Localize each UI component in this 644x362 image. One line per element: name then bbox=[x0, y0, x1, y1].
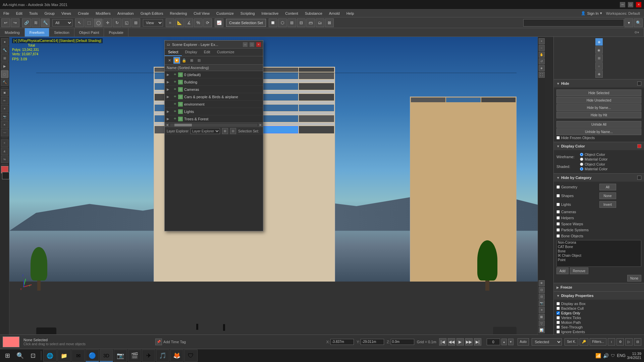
align-button[interactable]: ⊞ bbox=[287, 18, 296, 27]
create-shape[interactable]: ✏ bbox=[1, 97, 8, 104]
category-list[interactable]: Non-Corona CAT Bone Bone IK Chain Object… bbox=[556, 240, 641, 267]
hbc-helpers-cb[interactable] bbox=[556, 216, 560, 220]
tab-options[interactable]: ⚙▾ bbox=[630, 28, 644, 37]
align-view-button[interactable]: ⊟ bbox=[297, 18, 306, 27]
expand-icon-building[interactable]: ▶ bbox=[167, 80, 171, 84]
eye-icon-cameras[interactable]: 👁 bbox=[173, 87, 177, 92]
create-helper[interactable]: ✕ bbox=[1, 121, 8, 128]
timeline-extra-btn[interactable]: ⊟ bbox=[634, 338, 641, 346]
tab-selection[interactable]: Selection bbox=[49, 28, 74, 37]
dp-ignore-extents-cb[interactable] bbox=[556, 330, 560, 334]
wireframe-object-radio[interactable] bbox=[580, 153, 583, 156]
eye-icon-0[interactable]: 👁 bbox=[173, 72, 177, 77]
hide-unselected-btn[interactable]: Hide Unselected bbox=[556, 97, 641, 104]
browser2-btn[interactable]: 🦊 bbox=[170, 350, 183, 362]
freeze-section-header[interactable]: ▶ Freeze bbox=[554, 283, 644, 291]
viewport[interactable]: [+] [VRayPhysicalCamera014] [Standard] [… bbox=[9, 37, 543, 335]
mail-btn[interactable]: ✉ bbox=[71, 350, 85, 362]
system-clock[interactable]: 11:39 3/4/2021 bbox=[627, 352, 641, 360]
tray-network-icon[interactable]: 📶 bbox=[595, 353, 601, 358]
unlink-button[interactable]: ⛓ bbox=[32, 18, 40, 27]
se-filter-btn[interactable]: 🔽 bbox=[173, 57, 180, 64]
pb-next-frame[interactable]: ▶▶ bbox=[465, 338, 473, 346]
modify-panel-btn[interactable]: 🔧 bbox=[1, 46, 8, 54]
tab-freeform[interactable]: Freeform bbox=[25, 28, 50, 37]
filter-select[interactable]: All bbox=[52, 19, 72, 26]
hbc-particles-cb[interactable] bbox=[556, 228, 560, 232]
x-value[interactable]: -3.837m bbox=[330, 339, 354, 345]
menu-file[interactable]: File bbox=[0, 9, 13, 17]
shaded-material-radio[interactable] bbox=[580, 167, 583, 171]
extra-app-btn[interactable]: 🎵 bbox=[156, 350, 169, 362]
hide-frozen-checkbox[interactable] bbox=[556, 136, 560, 139]
hbc-geometry-cb[interactable] bbox=[556, 185, 560, 189]
close-button[interactable]: ✕ bbox=[636, 2, 641, 7]
se-mode-select[interactable]: Layer Explorer bbox=[191, 128, 220, 134]
rp-icon1[interactable]: ⊕ bbox=[595, 38, 603, 46]
path-expand[interactable]: ▾ bbox=[625, 18, 633, 27]
hbc-shapes-cb[interactable] bbox=[556, 194, 560, 197]
view-select[interactable]: View bbox=[143, 19, 163, 26]
hide-section-header[interactable]: ▼ Hide bbox=[554, 79, 644, 87]
layer-vis-cameras[interactable]: ◎ bbox=[178, 87, 183, 92]
eye-icon-building[interactable]: 👁 bbox=[173, 80, 177, 84]
dp-edges-cb[interactable] bbox=[556, 311, 560, 315]
expand-icon-cars[interactable]: ▶ bbox=[167, 95, 171, 99]
ribbon-toggle[interactable]: ⊠ bbox=[325, 18, 334, 27]
taskview-btn[interactable]: ⊡ bbox=[27, 350, 39, 362]
percent-snap[interactable]: % bbox=[1, 156, 8, 163]
named-sel-button[interactable]: 🔲 bbox=[269, 18, 277, 27]
layer-vis-cars[interactable]: ◎ bbox=[178, 95, 183, 99]
scene-explorer-tb[interactable]: 🗂 bbox=[316, 18, 324, 27]
current-frame-input[interactable] bbox=[487, 339, 500, 345]
pb-first-frame[interactable]: |◀ bbox=[439, 338, 446, 346]
select-region-circle[interactable]: ◯ bbox=[94, 18, 103, 27]
layer-row-building[interactable]: ▶ 👁 ◎ Building bbox=[165, 78, 263, 86]
vrt-camera[interactable]: 📷 bbox=[539, 300, 545, 306]
key-mode-icon[interactable]: 🔑 bbox=[580, 338, 588, 346]
vrt-orbit[interactable]: ↺ bbox=[539, 58, 545, 64]
file-explorer-btn[interactable]: 📁 bbox=[57, 350, 71, 362]
select-move[interactable]: ✛ bbox=[103, 18, 112, 27]
taskbar-search[interactable]: 🔍 bbox=[14, 350, 26, 362]
eye-icon-lights[interactable]: 👁 bbox=[173, 109, 177, 114]
wireframe-material-radio[interactable] bbox=[580, 158, 583, 161]
snap-3d[interactable]: ⌗ bbox=[1, 139, 8, 147]
vrt-fov[interactable]: ◈ bbox=[539, 65, 545, 71]
select-rotate[interactable]: ↻ bbox=[113, 18, 121, 27]
hierarchy-panel-btn[interactable]: ⊞ bbox=[1, 54, 8, 62]
hide-selected-btn[interactable]: Hide Selected bbox=[556, 89, 641, 96]
unhide-by-name-btn[interactable]: Unhide by Name... bbox=[556, 128, 641, 135]
se-maximize-btn[interactable]: □ bbox=[250, 42, 254, 47]
vrt-light[interactable]: ☀ bbox=[539, 307, 545, 313]
vrt-pan[interactable]: ✋ bbox=[539, 52, 545, 58]
hbc-bones-cb[interactable] bbox=[556, 234, 560, 238]
3dsmax-btn[interactable]: 3D bbox=[100, 350, 113, 362]
menu-create[interactable]: Create bbox=[74, 9, 92, 17]
menu-views[interactable]: Views bbox=[58, 9, 74, 17]
display-properties-header[interactable]: ▼ Display Properties bbox=[554, 292, 644, 300]
bind-space-warp[interactable]: 🔧 bbox=[41, 18, 50, 27]
menu-group[interactable]: Group bbox=[41, 9, 58, 17]
category-add-btn[interactable]: Add bbox=[556, 267, 569, 274]
layer-vis-0[interactable]: ◎ bbox=[178, 72, 183, 77]
create-geometry[interactable]: ▣ bbox=[1, 89, 8, 96]
chrome-btn[interactable]: 🔵 bbox=[86, 350, 99, 362]
expand-icon-cameras[interactable]: ▶ bbox=[167, 87, 171, 91]
hbc-all-btn[interactable]: All bbox=[599, 184, 616, 190]
snap-spinner[interactable]: ⟳ bbox=[203, 18, 212, 27]
create-selection-set-button[interactable]: Create Selection Set bbox=[226, 19, 266, 27]
auto-key-button[interactable]: Auto bbox=[518, 338, 529, 346]
se-scroll-thumb[interactable] bbox=[174, 124, 192, 126]
select-scale2[interactable]: ⊞ bbox=[131, 18, 140, 27]
se-tab-edit[interactable]: Edit bbox=[201, 49, 214, 56]
tab-object-paint[interactable]: Object Paint bbox=[74, 28, 104, 37]
expand-icon-trees[interactable]: ▶ bbox=[167, 117, 171, 121]
menu-tools[interactable]: Tools bbox=[26, 9, 41, 17]
hbc-spacewarps-cb[interactable] bbox=[556, 222, 560, 226]
se-expand-all-btn[interactable]: ⊞ bbox=[188, 57, 195, 64]
curve-editor[interactable]: 📈 bbox=[215, 18, 223, 27]
menu-rendering[interactable]: Rendering bbox=[167, 9, 191, 17]
vrt-render[interactable]: ▦ bbox=[539, 314, 545, 320]
maximize-button[interactable]: □ bbox=[628, 2, 633, 7]
